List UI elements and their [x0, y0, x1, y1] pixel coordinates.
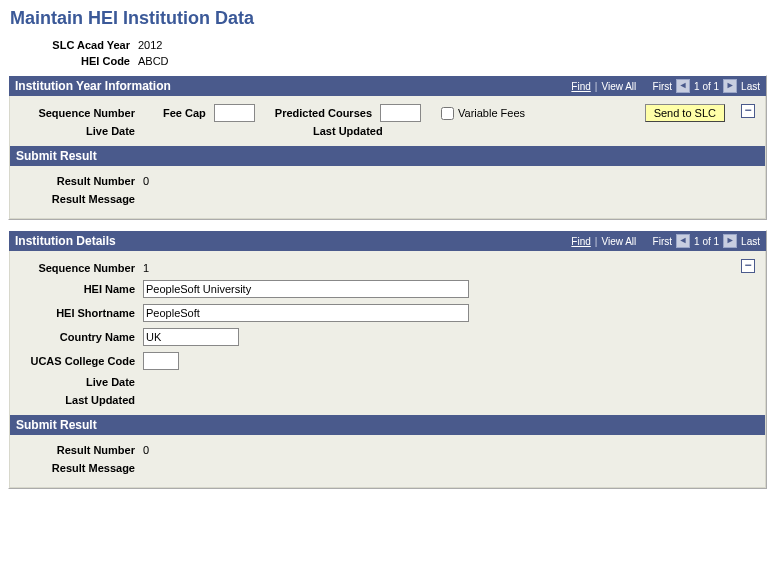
ucas-code-input[interactable]: [143, 352, 179, 370]
section2-scroll-controls: Find | View All First ◄ 1 of 1 ► Last: [571, 234, 760, 248]
last-updated-label: Last Updated: [313, 125, 391, 137]
section1-title: Institution Year Information: [15, 79, 171, 93]
predicted-courses-input[interactable]: [380, 104, 421, 122]
send-to-slc-button[interactable]: Send to SLC: [645, 104, 725, 122]
submit-result-bar: Submit Result: [10, 146, 765, 166]
fee-cap-label: Fee Cap: [163, 107, 214, 119]
predicted-courses-label: Predicted Courses: [275, 107, 380, 119]
hei-name-input[interactable]: [143, 280, 469, 298]
next-arrow-icon[interactable]: ►: [723, 79, 737, 93]
header-fields: Get SLC Data SLC Acad Year 2012 HEI Code…: [0, 37, 775, 75]
find-link[interactable]: Find: [571, 81, 590, 92]
sequence-number-label: Sequence Number: [20, 262, 143, 274]
last-link[interactable]: Last: [741, 81, 760, 92]
live-date-label: Live Date: [20, 376, 143, 388]
first-link[interactable]: First: [653, 81, 672, 92]
result-number-label: Result Number: [20, 444, 143, 456]
find-link[interactable]: Find: [571, 236, 590, 247]
pager-text: 1 of 1: [694, 81, 719, 92]
result-message-label: Result Message: [20, 462, 143, 474]
variable-fees-checkbox[interactable]: [441, 107, 454, 120]
submit-result-bar: Submit Result: [10, 415, 765, 435]
hei-name-label: HEI Name: [20, 283, 143, 295]
last-link[interactable]: Last: [741, 236, 760, 247]
collapse-icon[interactable]: −: [741, 104, 755, 118]
section1-scroll-controls: Find | View All First ◄ 1 of 1 ► Last: [571, 79, 760, 93]
last-updated-label: Last Updated: [20, 394, 143, 406]
prev-arrow-icon[interactable]: ◄: [676, 79, 690, 93]
ucas-code-label: UCAS College Code: [20, 355, 143, 367]
sequence-number-label: Sequence Number: [20, 107, 143, 119]
result-message-label: Result Message: [20, 193, 143, 205]
country-name-label: Country Name: [20, 331, 143, 343]
view-all-link[interactable]: View All: [601, 236, 636, 247]
prev-arrow-icon[interactable]: ◄: [676, 234, 690, 248]
pager-text: 1 of 1: [694, 236, 719, 247]
next-arrow-icon[interactable]: ►: [723, 234, 737, 248]
collapse-icon[interactable]: −: [741, 259, 755, 273]
live-date-label: Live Date: [20, 125, 143, 137]
slc-acad-year-value: 2012: [138, 39, 162, 51]
result-number-label: Result Number: [20, 175, 143, 187]
fee-cap-input[interactable]: [214, 104, 255, 122]
view-all-link[interactable]: View All: [601, 81, 636, 92]
sequence-number-value: 1: [143, 262, 149, 274]
country-name-input[interactable]: [143, 328, 239, 346]
hei-shortname-input[interactable]: [143, 304, 469, 322]
hei-code-label: HEI Code: [10, 55, 138, 67]
institution-details-section: Institution Details Find | View All Firs…: [8, 230, 767, 489]
result-number-value: 0: [143, 444, 149, 456]
page-title: Maintain HEI Institution Data: [0, 0, 775, 37]
first-link[interactable]: First: [653, 236, 672, 247]
hei-code-value: ABCD: [138, 55, 169, 67]
variable-fees-label: Variable Fees: [458, 107, 525, 119]
hei-shortname-label: HEI Shortname: [20, 307, 143, 319]
section2-title: Institution Details: [15, 234, 116, 248]
result-number-value: 0: [143, 175, 149, 187]
slc-acad-year-label: SLC Acad Year: [10, 39, 138, 51]
institution-year-info-section: Institution Year Information Find | View…: [8, 75, 767, 220]
